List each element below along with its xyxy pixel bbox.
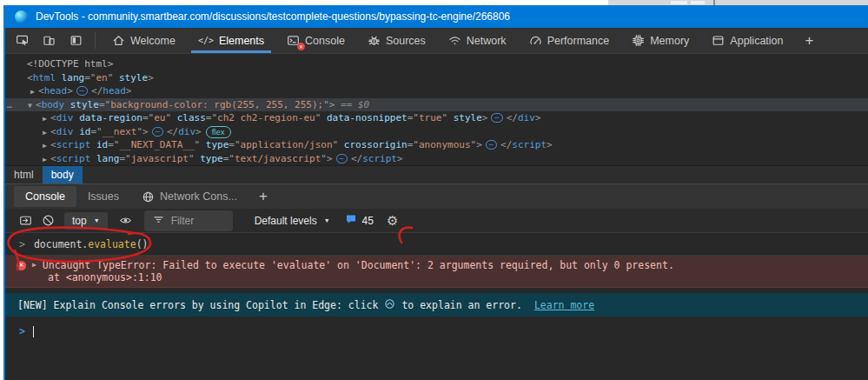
- devtools-tab-strip: Welcome</>Elements✕ConsoleSourcesNetwork…: [96, 28, 795, 53]
- tab-console[interactable]: ✕Console: [275, 28, 356, 53]
- tab-network[interactable]: Network: [437, 28, 518, 53]
- expand-arrow-icon[interactable]: ▶: [27, 85, 38, 99]
- learn-more-link[interactable]: Learn more: [534, 299, 594, 311]
- more-tabs-button[interactable]: +: [795, 28, 825, 53]
- inspect-icon[interactable]: [16, 34, 29, 47]
- prompt-chevron: >: [19, 325, 25, 337]
- console-toolbar: top ▼ Default levels ▼ 45 ⚙: [5, 209, 868, 233]
- clear-console-icon[interactable]: [36, 214, 59, 227]
- expand-inline-icon[interactable]: ⋯: [486, 140, 497, 150]
- code-token: div: [56, 112, 74, 123]
- expand-inline-icon[interactable]: ⋯: [76, 86, 88, 96]
- code-token: application/json: [241, 139, 333, 150]
- tab-label: Elements: [219, 35, 264, 47]
- message-count[interactable]: 45: [345, 213, 374, 228]
- tab-memory[interactable]: Memory: [620, 28, 700, 53]
- code-token: div: [518, 112, 535, 123]
- chip-icon: [632, 34, 645, 47]
- command-object: document.: [34, 238, 88, 250]
- drawer-tab-issues[interactable]: Issues: [76, 186, 130, 207]
- tab-performance[interactable]: Performance: [518, 28, 621, 53]
- code-token: =": [84, 72, 96, 83]
- dom-tree-row[interactable]: ▶<script id="__NEXT_DATA__" type="applic…: [5, 138, 868, 152]
- code-token: class: [177, 112, 206, 123]
- background-window-button: [691, 1, 705, 4]
- expand-inline-icon[interactable]: ⋯: [336, 154, 348, 163]
- console-settings-icon[interactable]: ⚙: [387, 214, 398, 227]
- log-levels-dropdown[interactable]: Default levels ▼: [255, 215, 330, 227]
- tab-application[interactable]: Application: [700, 28, 794, 53]
- tab-sources[interactable]: Sources: [356, 28, 437, 53]
- expand-arrow-icon[interactable]: ▶: [32, 259, 36, 271]
- error-icon: ✕: [17, 261, 26, 270]
- expand-arrow-icon[interactable]: ▶: [39, 112, 50, 126]
- drawer-new-tab-button[interactable]: +: [248, 188, 278, 205]
- live-expression-icon[interactable]: [115, 214, 137, 227]
- context-selector[interactable]: top ▼: [64, 212, 108, 230]
- copilot-info-bar: [NEW] Explain Console errors by using Co…: [5, 293, 868, 317]
- dom-tree-row[interactable]: ▶<head>⋯</head>: [5, 84, 868, 98]
- dom-tree-row[interactable]: ▶<script lang="javascript" type="text/ja…: [5, 152, 868, 166]
- breadcrumb-item-body[interactable]: body: [43, 166, 83, 183]
- code-token: data-region: [79, 112, 142, 123]
- code-token: [447, 112, 454, 123]
- code-token: lang: [62, 72, 85, 83]
- code-token: ">: [321, 153, 332, 164]
- log-levels-label: Default levels: [255, 215, 317, 227]
- code-token: ">: [471, 139, 482, 150]
- drawer-tab-label: Console: [25, 190, 65, 203]
- code-token: script: [362, 153, 397, 164]
- message-bubble-icon: [345, 213, 357, 228]
- console-prompt[interactable]: >: [5, 317, 868, 337]
- code-token: =": [90, 126, 102, 137]
- dom-tree-row[interactable]: ▶<div id="__next">⋯</div>flex: [5, 125, 868, 139]
- console-sidebar-icon[interactable]: [14, 214, 36, 227]
- expand-arrow-icon[interactable]: ▶: [39, 139, 50, 153]
- breadcrumb-item-html[interactable]: html: [5, 166, 43, 183]
- code-token: script: [56, 153, 91, 164]
- flex-badge[interactable]: flex: [206, 126, 231, 138]
- tab-label: Welcome: [130, 35, 176, 47]
- console-filter[interactable]: [144, 210, 233, 231]
- command-args: (): [136, 238, 149, 250]
- drawer-tab-console[interactable]: Console: [14, 186, 76, 207]
- code-token: =": [99, 99, 110, 110]
- device-emulation-icon[interactable]: [43, 34, 56, 47]
- code-icon: </>: [198, 36, 214, 45]
- drawer-tab-network-cons[interactable]: Network Cons...: [130, 186, 248, 208]
- expand-arrow-icon[interactable]: ▼: [24, 99, 36, 113]
- code-token: >: [482, 112, 488, 123]
- tab-elements[interactable]: </>Elements: [187, 28, 275, 53]
- code-token: id: [96, 139, 108, 150]
- toolbar-icon-group: [5, 32, 96, 49]
- code-token: >: [67, 85, 73, 97]
- devtools-window: DevTools - community.smartbear.com/discu…: [3, 5, 868, 380]
- console-command-row[interactable]: > document. evaluate (): [5, 233, 868, 256]
- code-token: <: [50, 153, 56, 164]
- expand-arrow-icon[interactable]: ▶: [39, 126, 50, 140]
- code-token: body: [42, 99, 65, 110]
- globe-icon: [142, 190, 155, 203]
- code-token: </: [500, 139, 512, 150]
- dom-tree-row[interactable]: …▼<body style="background-color: rgb(255…: [5, 98, 868, 112]
- code-token: [64, 99, 70, 110]
- context-selector-label: top: [72, 215, 87, 227]
- chevron-down-icon: ▼: [94, 217, 100, 223]
- tab-welcome[interactable]: Welcome: [101, 28, 187, 53]
- code-token: id: [79, 126, 90, 137]
- expand-arrow-icon[interactable]: ▶: [39, 153, 50, 166]
- dom-tree-row[interactable]: ▶<div data-region="eu" class="ch2 ch2-re…: [5, 111, 868, 125]
- code-token: style: [119, 72, 148, 83]
- title-bar[interactable]: DevTools - community.smartbear.com/discu…: [5, 5, 868, 28]
- console-error-message[interactable]: ✕ ▶ Uncaught TypeError: Failed to execut…: [5, 256, 868, 288]
- dock-side-icon[interactable]: [70, 34, 83, 47]
- dom-tree-row[interactable]: <html lang="en" style>: [5, 71, 868, 85]
- expand-inline-icon[interactable]: ⋯: [491, 113, 502, 123]
- window-title: DevTools - community.smartbear.com/discu…: [36, 10, 510, 23]
- chevron-down-icon: ▼: [324, 217, 330, 223]
- console-error-badge: ✕: [297, 43, 305, 50]
- tab-label: Sources: [386, 35, 426, 47]
- expand-inline-icon[interactable]: ⋯: [152, 127, 163, 137]
- dom-tree-row[interactable]: <!DOCTYPE html>: [5, 57, 868, 71]
- filter-input[interactable]: [171, 215, 229, 227]
